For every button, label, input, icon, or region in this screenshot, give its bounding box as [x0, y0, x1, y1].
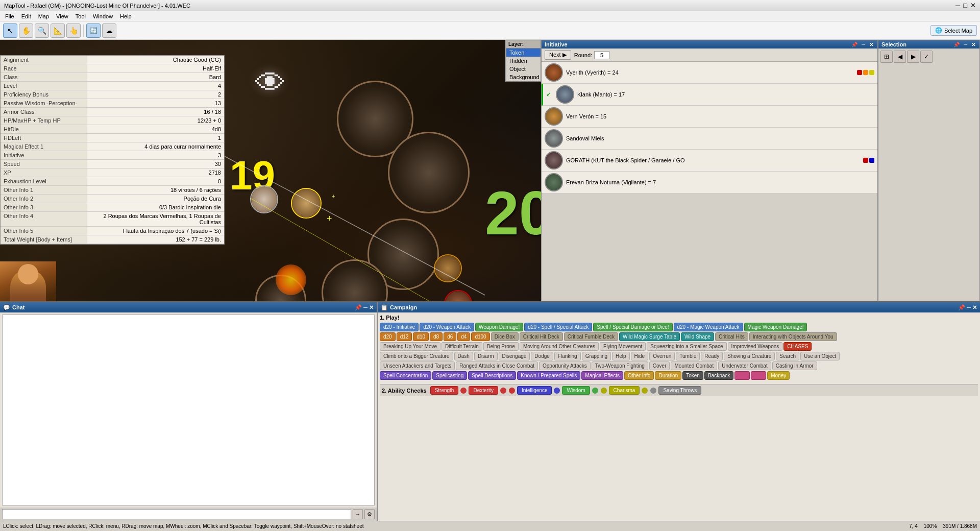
btn-d20[interactable]: d20	[380, 332, 396, 341]
round-input[interactable]	[594, 51, 609, 59]
btn-moving-creatures[interactable]: Moving Around Other Creatures	[520, 342, 599, 351]
menu-view[interactable]: View	[53, 12, 71, 20]
btn-spell-descriptions[interactable]: Spell Descriptions	[468, 371, 516, 380]
btn-wisdom[interactable]: Wisdom	[562, 386, 590, 395]
init-close[interactable]: ✕	[868, 42, 874, 47]
btn-difficult-terrain[interactable]: Difficult Terrain	[442, 342, 482, 351]
layer-background[interactable]: Background	[506, 73, 541, 81]
btn-intelligence[interactable]: Intelligence	[517, 386, 552, 395]
camp-pin[interactable]: 📌	[958, 304, 965, 310]
btn-being-prone[interactable]: Being Prone	[483, 342, 519, 351]
btn-wild-shape[interactable]: Wild Shape	[681, 332, 714, 341]
close-btn[interactable]: ✕	[970, 2, 976, 9]
btn-disengage[interactable]: Disengage	[499, 352, 530, 360]
chat-send-btn[interactable]: →	[353, 509, 363, 519]
btn-flying-movement[interactable]: Flying Movement	[600, 342, 646, 351]
btn-known-spells[interactable]: Known / Prepared Spells	[517, 371, 580, 380]
chat-content[interactable]	[2, 315, 375, 505]
btn-shoving[interactable]: Shoving a Creature	[724, 352, 775, 360]
btn-critical-hit-deck[interactable]: Critical Hit Deck	[520, 332, 563, 341]
sel-check-btn[interactable]: ✓	[920, 51, 933, 63]
camp-close[interactable]: ✕	[972, 304, 977, 310]
sel-pin[interactable]: 📌	[952, 42, 961, 47]
btn-spell-damage[interactable]: Spell / Special Damage or Dice!	[593, 323, 672, 331]
btn-cover[interactable]: Cover	[649, 361, 670, 370]
chat-input[interactable]	[2, 509, 351, 519]
btn-dexterity[interactable]: Dexterity	[469, 386, 498, 395]
menu-tool[interactable]: Tool	[72, 12, 89, 20]
camp-min[interactable]: ─	[967, 304, 971, 310]
btn-dash[interactable]: Dash	[454, 352, 473, 360]
btn-tumble[interactable]: Tumble	[676, 352, 700, 360]
btn-pink-1[interactable]	[734, 371, 750, 380]
btn-improvised-weapons[interactable]: Improvised Weapons	[728, 342, 783, 351]
initiative-item-5[interactable]: Erevan Briza Noturna (Vigilante) = 7	[542, 172, 877, 194]
toolbar-token[interactable]: 🔄	[86, 23, 101, 38]
btn-dodge[interactable]: Dodge	[531, 352, 553, 360]
chat-options-btn[interactable]: ⚙	[364, 509, 375, 519]
btn-duration[interactable]: Duration	[655, 371, 681, 380]
sel-next-btn[interactable]: ▶	[907, 51, 919, 63]
chat-close[interactable]: ✕	[369, 304, 374, 310]
next-button[interactable]: Next ▶	[545, 50, 571, 60]
btn-spell-concentration[interactable]: Spell Concentration	[380, 371, 431, 380]
btn-token[interactable]: Token	[682, 371, 703, 380]
map-container[interactable]: 👁 19 20 Vern Verón	[0, 40, 541, 301]
btn-breaking-move[interactable]: Breaking Up Your Move	[380, 342, 440, 351]
btn-climb-bigger[interactable]: Climb onto a Bigger Creature	[380, 352, 453, 360]
sel-prev-btn[interactable]: ◀	[894, 51, 906, 63]
toolbar-measure[interactable]: 📐	[51, 23, 65, 38]
toolbar-pan[interactable]: ✋	[19, 23, 33, 38]
minimize-btn[interactable]: ─	[955, 2, 960, 9]
layer-object[interactable]: Object	[506, 65, 541, 73]
sel-min[interactable]: ─	[963, 42, 968, 47]
btn-ranged-attacks[interactable]: Ranged Attacks in Close Combat	[456, 361, 538, 370]
btn-d20-spell[interactable]: d20 - Spell / Special Attack	[524, 323, 592, 331]
btn-disarm[interactable]: Disarm	[474, 352, 498, 360]
menu-edit[interactable]: Edit	[18, 12, 34, 20]
btn-other-info[interactable]: Other Info	[624, 371, 654, 380]
btn-two-weapon[interactable]: Two-Weapon Fighting	[592, 361, 648, 370]
btn-strength[interactable]: Strength	[430, 386, 459, 395]
layer-hidden[interactable]: Hidden	[506, 57, 541, 65]
btn-use-object[interactable]: Use an Object	[800, 352, 840, 360]
btn-search[interactable]: Search	[776, 352, 799, 360]
init-pin[interactable]: 📌	[850, 42, 859, 47]
sel-close[interactable]: ✕	[970, 42, 976, 47]
token-char2[interactable]	[250, 185, 278, 213]
btn-backpack[interactable]: Backpack	[704, 371, 733, 380]
btn-opportunity-attacks[interactable]: Opportunity Attacks	[539, 361, 591, 370]
btn-charisma[interactable]: Charisma	[609, 386, 640, 395]
btn-flanking[interactable]: Flanking	[554, 352, 581, 360]
btn-wild-magic[interactable]: Wild Magic Surge Table	[619, 332, 680, 341]
initiative-item-2[interactable]: Vern Verón = 15	[542, 106, 877, 128]
btn-interacting-objects[interactable]: Interacting with Objects Around You	[749, 332, 837, 341]
btn-d20-initiative[interactable]: d20 - Initiative	[380, 323, 419, 331]
btn-d6[interactable]: d6	[444, 332, 456, 341]
btn-ready[interactable]: Ready	[701, 352, 723, 360]
toolbar-fog[interactable]: ☁	[102, 23, 116, 38]
btn-spellcasting[interactable]: Spellcasting	[432, 371, 467, 380]
btn-magic-weapon-damage[interactable]: Magic Weapon Damage!	[744, 323, 807, 331]
btn-d100[interactable]: d100	[471, 332, 489, 341]
btn-money[interactable]: Money	[767, 371, 790, 380]
btn-help[interactable]: Help	[612, 352, 630, 360]
init-min[interactable]: ─	[861, 42, 866, 47]
token-char4[interactable]	[444, 290, 472, 301]
menu-file[interactable]: File	[2, 12, 17, 20]
btn-overrun[interactable]: Overrun	[649, 352, 675, 360]
btn-d10[interactable]: d10	[413, 332, 429, 341]
toolbar-pointer[interactable]: 👆	[66, 23, 81, 38]
btn-magical-effects[interactable]: Magical Effects	[581, 371, 623, 380]
token-char3[interactable]	[434, 254, 462, 282]
chat-pin[interactable]: 📌	[355, 304, 362, 310]
btn-hide[interactable]: Hide	[631, 352, 649, 360]
btn-underwater-combat[interactable]: Underwater Combat	[718, 361, 771, 370]
initiative-item-1[interactable]: ✓ Klank (Manto) = 17	[542, 84, 877, 106]
initiative-item-4[interactable]: GORATH (KUT the Black Spider / Garaele /…	[542, 150, 877, 172]
btn-d20-weapon-attack[interactable]: d20 - Weapon Attack	[420, 323, 474, 331]
btn-pink-2[interactable]	[751, 371, 766, 380]
chat-min[interactable]: ─	[363, 304, 368, 310]
menu-window[interactable]: Window	[90, 12, 116, 20]
initiative-item-0[interactable]: Vyerith (Vyerith) = 24	[542, 62, 877, 84]
